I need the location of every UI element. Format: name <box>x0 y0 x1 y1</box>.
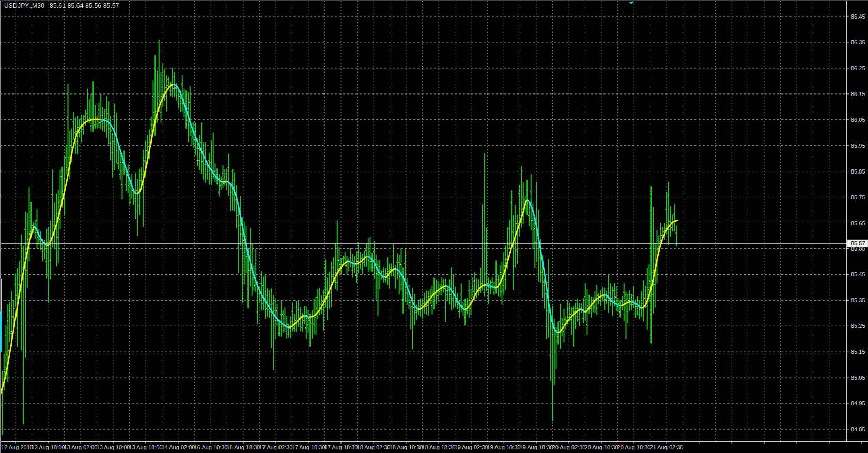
price-axis-label: 84.95 <box>851 400 865 407</box>
time-axis-label: 16 Aug 18:30 <box>227 444 260 450</box>
price-axis-label: 86.35 <box>851 39 865 45</box>
left-scrollbar-thumb[interactable] <box>0 278 2 311</box>
time-axis-label: 19 Aug 10:30 <box>487 444 521 450</box>
price-axis-label: 85.25 <box>851 323 865 329</box>
price-axis-label: 85.15 <box>851 349 865 355</box>
left-edge-accent <box>0 311 2 352</box>
price-axis-label: 86.05 <box>851 117 865 123</box>
time-axis[interactable]: 12 Aug 201012 Aug 18:0013 Aug 02:0013 Au… <box>0 441 868 450</box>
price-axis-label: 86.15 <box>851 91 865 97</box>
time-axis-label: 17 Aug 18:30 <box>324 444 358 450</box>
time-axis-label: 17 Aug 10:30 <box>292 444 326 450</box>
price-axis-label: 84.85 <box>851 426 865 432</box>
time-axis-label: 12 Aug 2010 <box>1 444 33 450</box>
time-axis-label: 13 Aug 10:00 <box>97 444 130 450</box>
price-axis-label: 85.05 <box>851 374 865 381</box>
time-axis-label: 18 Aug 10:30 <box>390 444 423 450</box>
time-axis-label: 18 Aug 02:30 <box>357 444 391 450</box>
time-axis-label: 19 Aug 18:30 <box>520 444 553 450</box>
time-axis-label: 18 Aug 18:30 <box>422 444 456 450</box>
bars-layer <box>1 40 677 435</box>
symbol-period-label: USDJPY.,M30 <box>4 2 44 9</box>
price-axis-label: 86.25 <box>851 65 865 71</box>
chart-svg[interactable]: 86.4586.3586.2586.1586.0585.9585.8585.75… <box>0 1 868 453</box>
time-axis-label: 20 Aug 18:30 <box>617 444 651 450</box>
price-axis-label: 85.85 <box>851 168 865 175</box>
bid-price-label: 85.57 <box>851 240 865 246</box>
time-axis-label: 21 Aug 02:30 <box>650 444 684 450</box>
price-axis-label: 85.75 <box>851 194 865 200</box>
time-axis-label: 17 Aug 02:30 <box>259 444 293 450</box>
ohlc-readout: 85.61 85.64 85.56 85.57 <box>50 2 119 9</box>
chart-window: 86.4586.3586.2586.1586.0585.9585.8585.75… <box>0 0 868 453</box>
price-axis-label: 85.65 <box>851 220 865 226</box>
price-axis-label: 85.95 <box>851 143 865 149</box>
chart-title: USDJPY.,M3085.61 85.64 85.56 85.57 <box>4 2 119 9</box>
price-axis-label: 85.45 <box>851 271 865 277</box>
price-axis[interactable]: 86.4586.3586.2586.1586.0585.9585.8585.75… <box>846 1 868 441</box>
time-axis-label: 13 Aug 18:00 <box>129 444 163 450</box>
time-axis-label: 14 Aug 02:00 <box>162 444 195 450</box>
time-axis-label: 20 Aug 02:30 <box>552 444 586 450</box>
time-axis-label: 20 Aug 10:30 <box>585 444 618 450</box>
grid-layer <box>0 1 846 441</box>
ma-line <box>0 85 677 396</box>
shift-marker-icon <box>629 2 634 4</box>
time-axis-label: 13 Aug 02:00 <box>64 444 98 450</box>
time-axis-label: 16 Aug 10:30 <box>194 444 228 450</box>
time-axis-label: 12 Aug 18:00 <box>32 444 65 450</box>
window-left-edge <box>0 1 1 453</box>
price-axis-label: 86.45 <box>851 13 865 20</box>
time-axis-label: 19 Aug 02:30 <box>455 444 488 450</box>
price-axis-label: 85.35 <box>851 297 865 303</box>
